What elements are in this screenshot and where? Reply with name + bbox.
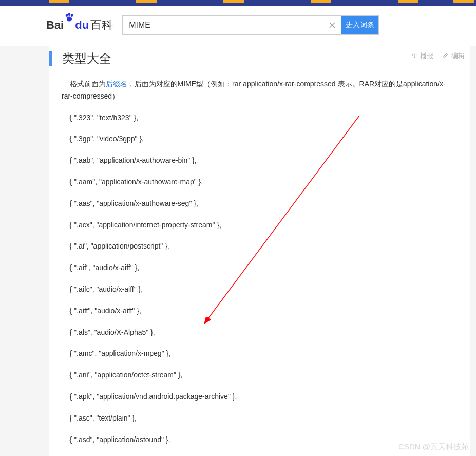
nav-marker: [398, 0, 418, 3]
mime-entry: { ".amc", "application/x-mpeg" },: [62, 348, 454, 360]
broadcast-label: 播报: [420, 51, 433, 61]
search-button[interactable]: 进入词条: [341, 16, 378, 34]
top-nav-bar: [0, 0, 476, 6]
section-header: 类型大全 播报 编辑: [49, 46, 470, 67]
broadcast-button[interactable]: 播报: [411, 51, 433, 61]
mime-entry: { ".acx", "application/internet-property…: [62, 219, 454, 232]
clear-icon[interactable]: [323, 16, 341, 34]
nav-marker: [311, 0, 331, 3]
suffix-name-link[interactable]: 后缀名: [106, 80, 127, 88]
section-actions: 播报 编辑: [411, 51, 465, 61]
pencil-icon: [443, 52, 449, 60]
content-body: 格式前面为后缀名，后面为对应的MIME型（例如：rar application/…: [49, 67, 470, 456]
mime-entry: { ".aifc", "audio/x-aiff" },: [62, 283, 454, 296]
svg-point-0: [66, 14, 68, 17]
mime-entry: { ".asc", "text/plain" },: [62, 412, 454, 425]
intro-prefix: 格式前面为: [70, 80, 106, 88]
header: Bai du 百科 进入词条: [0, 6, 476, 46]
mime-entry: { ".als", "audio/X-Alpha5" },: [62, 327, 454, 339]
logo-paw-icon: [64, 12, 74, 25]
nav-marker: [136, 0, 157, 3]
mime-entry: { ".aab", "application/x-authoware-bin" …: [62, 155, 454, 167]
nav-marker: [453, 0, 474, 3]
mime-list: { ".323", "text/h323" }, { ".3gp", "vide…: [62, 112, 454, 456]
mime-entry: { ".aiff", "audio/x-aiff" },: [62, 305, 454, 317]
speaker-icon: [411, 52, 418, 60]
mime-entry: { ".aas", "application/x-authoware-seg" …: [62, 198, 454, 210]
mime-entry: { ".asd", "application/astound" },: [62, 434, 454, 446]
mime-entry: { ".323", "text/h323" },: [62, 112, 454, 124]
logo-text-baike: 百科: [90, 17, 113, 33]
logo-text-bai: Bai: [46, 18, 64, 32]
mime-entry: { ".ai", "application/postscript" },: [62, 240, 454, 253]
edit-label: 编辑: [451, 51, 465, 61]
mime-entry: { ".ani", "application/octet-stream" },: [62, 369, 454, 382]
content-area: 类型大全 播报 编辑: [49, 46, 470, 456]
mime-entry: { ".apk", "application/vnd.android.packa…: [62, 391, 454, 403]
nav-marker: [223, 0, 244, 3]
section-accent-bar: [49, 51, 52, 66]
svg-point-1: [68, 13, 70, 16]
mime-entry: { ".aam", "application/x-authoware-map" …: [62, 176, 454, 188]
edit-button[interactable]: 编辑: [443, 51, 465, 61]
nav-marker: [49, 0, 69, 3]
baidu-baike-logo[interactable]: Bai du 百科: [46, 17, 113, 33]
svg-point-3: [67, 17, 72, 22]
search-container: 进入词条: [122, 15, 379, 35]
logo-text-du: du: [75, 18, 89, 32]
section-title: 类型大全: [62, 50, 111, 67]
mime-entry: { ".3gp", "video/3gpp" },: [62, 133, 454, 145]
intro-paragraph: 格式前面为后缀名，后面为对应的MIME型（例如：rar application/…: [62, 78, 454, 103]
mime-entry: { ".aif", "audio/x-aiff" },: [62, 262, 454, 274]
search-input[interactable]: [123, 16, 323, 34]
svg-point-2: [71, 14, 73, 17]
